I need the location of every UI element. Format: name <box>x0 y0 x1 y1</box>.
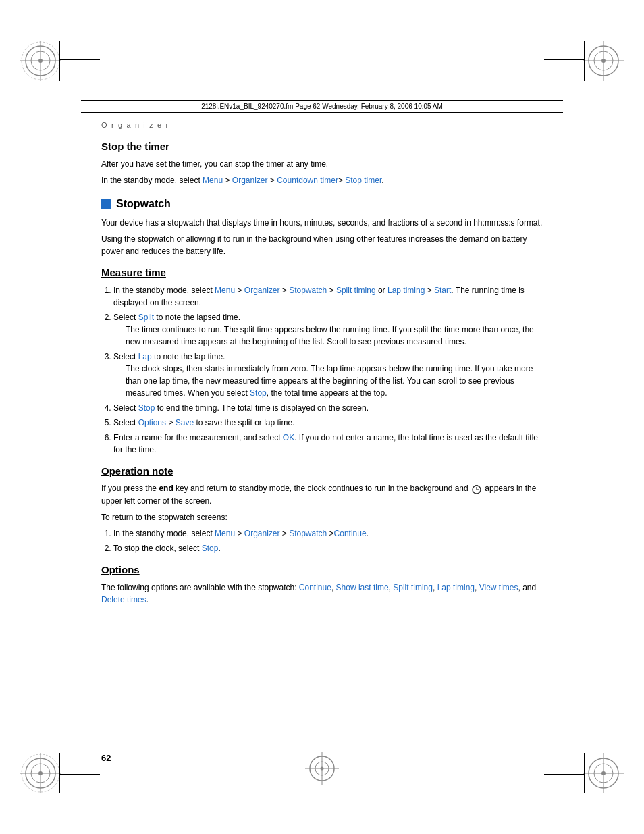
corner-decoration-bl <box>20 753 61 793</box>
on-item-2: To stop the clock, select Stop. <box>113 542 543 554</box>
on-item-1: In the standby mode, select Menu > Organ… <box>113 527 543 540</box>
opt-sep4: , <box>475 583 479 592</box>
on1-continue[interactable]: Continue <box>334 529 367 538</box>
mi1-organizer[interactable]: Organizer <box>244 286 280 295</box>
section-label: O r g a n i z e r <box>101 120 543 131</box>
stop-timer-body2: In the standby mode, select Menu > Organ… <box>101 174 543 186</box>
mi5-save[interactable]: Save <box>176 418 194 427</box>
mi3-prefix: Select <box>113 352 138 361</box>
on-body1-middle: key and return to standby mode, the cloc… <box>173 484 471 493</box>
main-content: O r g a n i z e r Stop the timer After y… <box>101 120 543 739</box>
measure-time-heading: Measure time <box>101 265 543 280</box>
on1-organizer[interactable]: Organizer <box>244 529 280 538</box>
on2-stop[interactable]: Stop <box>202 544 219 553</box>
stop-timer-sep2: > <box>268 176 277 185</box>
mi6-prefix: Enter a name for the measurement, and se… <box>113 433 283 442</box>
mi1-start[interactable]: Start <box>434 286 451 295</box>
corner-decoration-br <box>583 753 624 793</box>
on2-suffix: . <box>218 544 220 553</box>
mi6-ok[interactable]: OK <box>283 433 294 442</box>
mi5-options[interactable]: Options <box>138 418 166 427</box>
opt-lap-timing[interactable]: Lap timing <box>437 583 475 592</box>
operation-note-heading: Operation note <box>101 464 543 479</box>
mi1-sep4: > <box>425 286 434 295</box>
opt-show-last-time[interactable]: Show last time <box>336 583 389 592</box>
stopwatch-body1: Your device has a stopwatch that display… <box>101 217 543 229</box>
on2-prefix: To stop the clock, select <box>113 544 202 553</box>
measure-item-4: Select Stop to end the timing. The total… <box>113 402 543 414</box>
mi3-lap[interactable]: Lap <box>138 352 152 361</box>
measure-item-3: Select Lap to note the lap time. The clo… <box>113 350 543 399</box>
opt-split-timing[interactable]: Split timing <box>393 583 433 592</box>
mi3-stop-link[interactable]: Stop <box>250 388 267 398</box>
opt-delete-times[interactable]: Delete times <box>101 595 146 604</box>
mi2-indent: The timer continues to run. The split ti… <box>126 323 543 348</box>
mi1-middle: or <box>376 286 387 295</box>
on1-prefix: In the standby mode, select <box>113 529 215 538</box>
mi2-split[interactable]: Split <box>138 313 154 322</box>
stop-timer-organizer-link[interactable]: Organizer <box>232 176 268 185</box>
stopwatch-heading: Stopwatch <box>101 196 543 211</box>
opt-sep5: , and <box>518 583 536 592</box>
stop-timer-heading: Stop the timer <box>101 139 543 154</box>
stopwatch-heading-text: Stopwatch <box>116 196 171 211</box>
mi2-prefix: Select <box>113 313 138 322</box>
hline-br <box>544 774 585 775</box>
vline-tr <box>584 41 585 81</box>
measure-item-1: In the standby mode, select Menu > Organ… <box>113 284 543 309</box>
blue-square-icon <box>101 199 111 209</box>
opt-sep1: , <box>331 583 336 592</box>
stop-timer-suffix: . <box>381 176 383 185</box>
mi4-prefix: Select <box>113 403 138 413</box>
on1-sep1: > <box>235 529 244 538</box>
mi1-prefix: In the standby mode, select <box>113 286 215 295</box>
mi2-suffix: to note the lapsed time. <box>154 313 240 322</box>
corner-decoration-tr <box>583 41 624 81</box>
opt-prefix: The following options are available with… <box>101 583 299 592</box>
opt-sep3: , <box>433 583 437 592</box>
vline-bl <box>59 753 60 793</box>
stop-timer-body2-prefix: In the standby mode, select <box>101 176 203 185</box>
stop-timer-body1: After you have set the timer, you can st… <box>101 158 543 170</box>
opt-continue[interactable]: Continue <box>299 583 331 592</box>
stop-timer-stop-link[interactable]: Stop timer <box>345 176 381 185</box>
mi3-suffix: to note the lap time. <box>152 352 225 361</box>
opt-suffix: . <box>146 595 149 604</box>
on-body1-prefix: If you press the <box>101 484 159 493</box>
stop-timer-sep1: > <box>223 176 232 185</box>
on1-sep2: > <box>280 529 290 538</box>
operation-note-list: In the standby mode, select Menu > Organ… <box>113 527 543 554</box>
corner-decoration-tl <box>20 41 61 81</box>
options-heading: Options <box>101 563 543 577</box>
operation-note-body1: If you press the end key and return to s… <box>101 482 543 507</box>
measure-time-list: In the standby mode, select Menu > Organ… <box>113 284 543 456</box>
stopwatch-body2: Using the stopwatch or allowing it to ru… <box>101 233 543 257</box>
stop-timer-countdown-link[interactable]: Countdown timer <box>277 176 338 185</box>
mi3-indent: The clock stops, then starts immediately… <box>126 363 543 399</box>
measure-item-6: Enter a name for the measurement, and se… <box>113 432 543 456</box>
mi5-suffix: to save the split or lap time. <box>194 418 294 427</box>
mi1-lap[interactable]: Lap timing <box>387 286 425 295</box>
mi1-split[interactable]: Split timing <box>336 286 376 295</box>
stop-timer-sep3: > <box>338 176 345 185</box>
mi5-prefix: Select <box>113 418 138 427</box>
bottom-center-crosshair <box>305 752 339 788</box>
mi1-menu[interactable]: Menu <box>215 286 235 295</box>
options-body: The following options are available with… <box>101 581 543 606</box>
mi1-sep1: > <box>235 286 244 295</box>
on1-stopwatch[interactable]: Stopwatch <box>289 529 327 538</box>
mi4-stop[interactable]: Stop <box>138 403 155 413</box>
on1-suffix: . <box>367 529 369 538</box>
hline-tl <box>59 59 100 60</box>
vline-tl <box>59 41 60 81</box>
page: 2128i.ENv1a_BIL_9240270.fm Page 62 Wedne… <box>0 0 644 834</box>
opt-view-times[interactable]: View times <box>479 583 518 592</box>
hline-bl <box>59 774 100 775</box>
on1-menu[interactable]: Menu <box>215 529 235 538</box>
measure-item-2: Select Split to note the lapsed time. Th… <box>113 311 543 348</box>
mi5-sep: > <box>166 418 176 427</box>
mi1-stopwatch[interactable]: Stopwatch <box>289 286 327 295</box>
operation-note-body2: To return to the stopwatch screens: <box>101 511 543 523</box>
stop-timer-menu-link[interactable]: Menu <box>203 176 223 185</box>
mi4-suffix: to end the timing. The total time is dis… <box>155 403 369 413</box>
